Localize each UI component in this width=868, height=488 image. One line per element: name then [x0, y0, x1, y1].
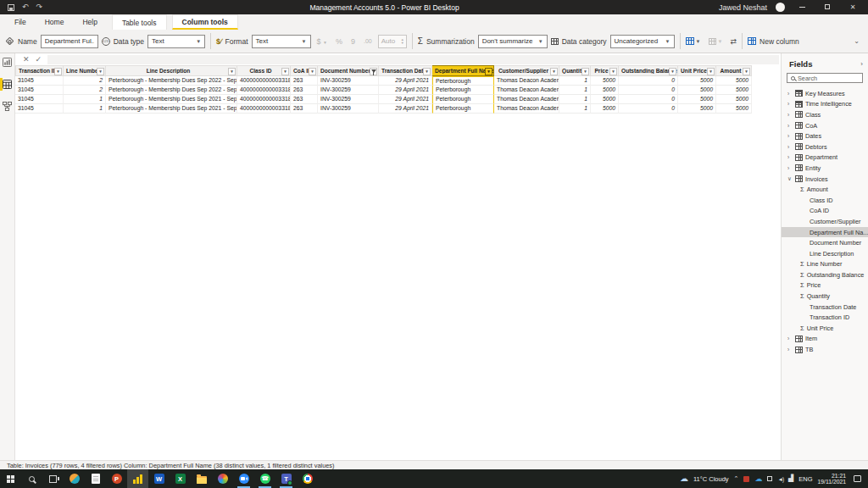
column-dropdown-icon[interactable]: ▾ — [281, 68, 289, 75]
data-type-select[interactable]: Text▼ — [147, 35, 205, 48]
restore-button[interactable] — [819, 3, 836, 11]
field-unit-price[interactable]: ΣUnit Price — [782, 323, 868, 334]
table-cell[interactable]: 5000 — [678, 104, 716, 114]
tab-table-tools[interactable]: Table tools — [112, 14, 167, 30]
collapse-ribbon-icon[interactable]: ⌄ — [854, 37, 863, 45]
action-center-icon[interactable] — [854, 475, 861, 482]
table-cell[interactable]: 5000 — [716, 95, 752, 104]
commit-formula-icon[interactable]: ✓ — [36, 56, 42, 64]
data-category-select[interactable]: Uncategorized▼ — [610, 35, 675, 48]
table-cell[interactable]: 29 April 2021 — [379, 76, 432, 86]
data-view-button[interactable] — [0, 78, 14, 91]
onedrive-icon[interactable]: ☁ — [754, 475, 762, 483]
column-dropdown-icon[interactable]: ▾ — [743, 68, 750, 75]
field-document-number[interactable]: Document Number — [782, 237, 868, 248]
taskbar-start-icon[interactable] — [0, 469, 21, 488]
table-cell[interactable]: Peterborough — [432, 86, 494, 95]
volume-icon[interactable]: ◄) — [777, 476, 783, 482]
table-cell[interactable]: 29 April 2021 — [379, 95, 432, 104]
table-cell[interactable]: 400000000000331869 — [237, 86, 291, 95]
field-tb[interactable]: ›TB — [782, 344, 868, 355]
new-column-button[interactable]: New column — [748, 37, 799, 46]
tab-help[interactable]: Help — [73, 14, 106, 30]
taskbar-mail-icon[interactable] — [64, 469, 85, 488]
taskbar-teams-icon[interactable]: T — [275, 469, 297, 488]
network-icon[interactable]: ▟ — [788, 475, 793, 482]
field-time-intelligence[interactable]: ›Time Intelligence — [782, 99, 868, 110]
chevron-right-icon[interactable]: › — [787, 347, 793, 352]
summarization-select[interactable]: Don't summarize▼ — [478, 35, 548, 48]
taskbar-search-icon[interactable] — [21, 469, 42, 488]
table-cell[interactable]: 400000000000331869 — [237, 95, 291, 104]
column-header-class-id[interactable]: Class ID▾ — [237, 65, 291, 76]
signed-in-user[interactable]: Jawed Neshat — [719, 3, 767, 12]
field-transaction-date[interactable]: Transaction Date — [782, 302, 868, 313]
column-dropdown-icon[interactable]: ▾ — [54, 68, 62, 75]
undo-icon[interactable]: ↶ — [22, 3, 29, 11]
column-header-department-full-name[interactable]: Department Full Name▾ — [432, 65, 494, 76]
show-hidden-icons-chevron[interactable]: ⌃ — [734, 475, 739, 482]
field-debtors[interactable]: ›Debtors — [782, 141, 868, 152]
table-cell[interactable]: INV-300259 — [318, 95, 379, 104]
minimize-button[interactable] — [793, 3, 810, 11]
table-cell[interactable]: 29 April 2021 — [379, 86, 432, 95]
column-dropdown-icon[interactable]: ▾ — [423, 68, 431, 75]
table-cell[interactable]: Peterborough - Membership Dues Sep 2022 … — [106, 86, 237, 95]
table-cell[interactable]: 5000 — [678, 95, 716, 104]
table-cell[interactable]: 263 — [291, 76, 318, 86]
taskbar-notepad-icon[interactable] — [85, 469, 106, 488]
field-item[interactable]: ›Item — [782, 334, 868, 345]
formula-input[interactable] — [47, 55, 779, 64]
chevron-down-icon[interactable]: ∨ — [787, 175, 793, 182]
tab-home[interactable]: Home — [36, 14, 74, 30]
column-dropdown-icon[interactable]: ▾ — [609, 68, 617, 75]
swap-values-icon[interactable]: ⇄ — [726, 37, 737, 46]
taskbar-powerpoint-icon[interactable]: P — [106, 469, 127, 488]
taskbar-whatsapp-icon[interactable]: ☎ — [254, 469, 275, 488]
redo-icon[interactable]: ↷ — [36, 3, 43, 11]
currency-format-icon[interactable]: $ ▼ — [314, 37, 330, 46]
tab-column-tools[interactable]: Column tools — [172, 14, 238, 30]
field-department-full-na[interactable]: Department Full Na... — [782, 227, 868, 238]
table-cell[interactable]: 5000 — [591, 76, 619, 86]
field-quantity[interactable]: ΣQuantity — [782, 291, 868, 302]
column-dropdown-icon[interactable]: ▾ — [228, 68, 236, 75]
table-cell[interactable]: 1 — [559, 86, 591, 95]
taskbar-explorer-icon[interactable] — [191, 469, 212, 488]
table-cell[interactable]: Peterborough - Membership Dues Sep 2021 … — [106, 104, 237, 114]
table-cell[interactable]: 31045 — [15, 95, 64, 104]
table-cell[interactable]: Peterborough — [432, 104, 494, 114]
column-dropdown-icon[interactable]: ▾ — [669, 68, 676, 75]
taskbar-word-icon[interactable]: W — [148, 469, 170, 488]
table-cell[interactable]: 1 — [559, 104, 591, 114]
table-cell[interactable]: 2 — [64, 76, 106, 86]
table-cell[interactable]: 1 — [64, 95, 106, 104]
table-cell[interactable]: 263 — [291, 104, 318, 114]
table-cell[interactable]: 0 — [619, 76, 678, 86]
field-price[interactable]: ΣPrice — [782, 280, 868, 291]
cancel-formula-icon[interactable]: ✕ — [23, 56, 30, 64]
field-line-description[interactable]: Line Description — [782, 248, 868, 259]
fields-search-input[interactable]: Search — [787, 73, 863, 83]
table-cell[interactable]: 5000 — [591, 104, 619, 114]
table-cell[interactable]: 1 — [64, 104, 106, 114]
column-dropdown-icon[interactable]: ▾ — [707, 68, 715, 75]
chevron-right-icon[interactable]: › — [787, 154, 793, 160]
taskbar-photos-icon[interactable] — [212, 469, 233, 488]
table-cell[interactable]: Peterborough — [432, 95, 494, 104]
chevron-right-icon[interactable]: › — [787, 112, 793, 118]
chevron-right-icon[interactable]: › — [787, 165, 793, 171]
table-cell[interactable]: 5000 — [678, 86, 716, 95]
table-cell[interactable]: 5000 — [678, 76, 716, 86]
decimal-places-icon[interactable]: .00 — [361, 38, 375, 44]
column-header-unit-price[interactable]: Unit Price▾ — [678, 65, 716, 76]
column-dropdown-icon[interactable]: ▾ — [309, 68, 316, 75]
table-cell[interactable]: INV-300259 — [318, 86, 379, 95]
field-key-measures[interactable]: ›Key Measures — [782, 88, 868, 99]
table-cell[interactable]: 400000000000331869 — [237, 76, 291, 86]
table-cell[interactable]: Thomas Deacon Academy Tr — [494, 104, 559, 114]
chevron-right-icon[interactable]: › — [787, 336, 793, 341]
table-cell[interactable]: 5000 — [591, 86, 619, 95]
avatar[interactable] — [776, 3, 785, 12]
tray-app-icon[interactable] — [743, 476, 749, 482]
